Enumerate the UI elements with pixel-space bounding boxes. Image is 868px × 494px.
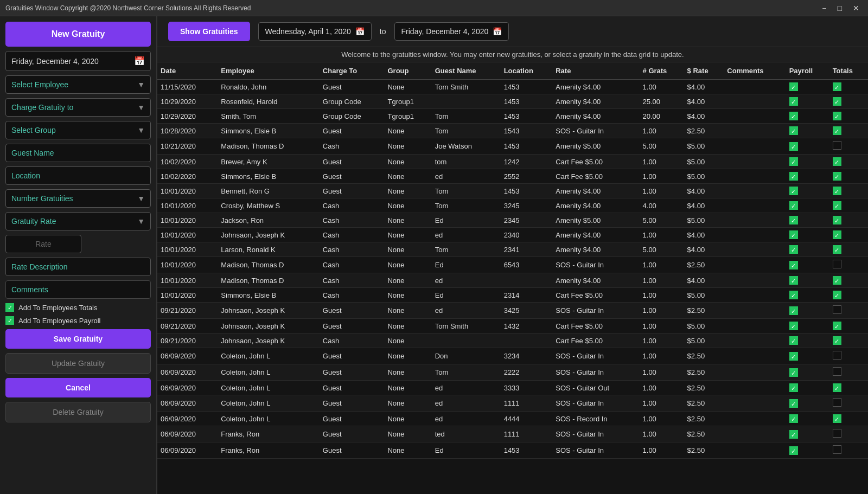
- payroll-check[interactable]: ✓: [789, 336, 798, 345]
- col-payroll[interactable]: Payroll: [786, 62, 829, 80]
- table-row[interactable]: 09/21/2020Johnsaon, Joseph KCashNoneCart…: [157, 333, 868, 348]
- table-row[interactable]: 06/09/2020Franks, RonGuestNoneted1111SOS…: [157, 426, 868, 442]
- col-guest-name[interactable]: Guest Name: [432, 62, 501, 80]
- rate-input[interactable]: [5, 235, 81, 253]
- payroll-check[interactable]: ✓: [789, 201, 798, 210]
- new-gratuity-button[interactable]: New Gratuity: [5, 22, 151, 47]
- select-employee-dropdown[interactable]: Select Employee ▼: [5, 75, 151, 94]
- table-row[interactable]: 10/01/2020Larson, Ronald KCashNoneTom234…: [157, 242, 868, 257]
- col-totals[interactable]: Totals: [829, 62, 868, 80]
- payroll-check[interactable]: ✓: [789, 261, 798, 270]
- totals-check[interactable]: ✓: [833, 112, 841, 120]
- col-num-grats[interactable]: # Grats: [640, 62, 684, 80]
- table-row[interactable]: 10/01/2020Johnsaon, Joseph KCashNoneed23…: [157, 228, 868, 242]
- table-row[interactable]: 10/29/2020Smith, TomGroup CodeTgroup1Tom…: [157, 109, 868, 124]
- totals-check[interactable]: ✓: [833, 187, 841, 195]
- payroll-check[interactable]: ✓: [789, 430, 798, 439]
- col-location[interactable]: Location: [501, 62, 553, 80]
- col-dollar-rate[interactable]: $ Rate: [684, 62, 724, 80]
- add-totals-checkbox[interactable]: ✓: [5, 303, 14, 312]
- table-row[interactable]: 06/09/2020Franks, RonGuestNoneEd1453SOS …: [157, 442, 868, 459]
- table-row[interactable]: 10/29/2020Rosenfeld, HaroldGroup CodeTgr…: [157, 94, 868, 109]
- save-gratuity-button[interactable]: Save Gratuity: [5, 329, 151, 349]
- payroll-check[interactable]: ✓: [789, 187, 798, 195]
- table-row[interactable]: 10/21/2020Madison, Thomas DCashNoneJoe W…: [157, 138, 868, 155]
- table-row[interactable]: 10/01/2020Madison, Thomas DCashNoneEd654…: [157, 257, 868, 273]
- payroll-check[interactable]: ✓: [789, 172, 798, 181]
- payroll-check[interactable]: ✓: [789, 126, 798, 135]
- to-date-field[interactable]: Friday, December 4, 2020 📅: [394, 22, 509, 41]
- payroll-check[interactable]: ✓: [789, 291, 798, 299]
- col-charge-to[interactable]: Charge To: [320, 62, 385, 80]
- col-date[interactable]: Date: [157, 62, 218, 80]
- payroll-check[interactable]: ✓: [789, 112, 798, 120]
- payroll-check[interactable]: ✓: [789, 97, 798, 106]
- maximize-button[interactable]: □: [834, 3, 845, 14]
- table-row[interactable]: 06/09/2020Coleton, John LGuestNoneed1111…: [157, 395, 868, 412]
- payroll-check[interactable]: ✓: [789, 368, 798, 377]
- table-row[interactable]: 09/21/2020Johnsaon, Joseph KGuestNoneTom…: [157, 319, 868, 333]
- payroll-check[interactable]: ✓: [789, 276, 798, 285]
- table-row[interactable]: 06/09/2020Coleton, John LGuestNoneTom222…: [157, 364, 868, 381]
- col-group[interactable]: Group: [384, 62, 431, 80]
- totals-uncheck[interactable]: [833, 367, 841, 376]
- totals-check[interactable]: ✓: [833, 245, 841, 254]
- table-row[interactable]: 06/09/2020Coleton, John LGuestNoneed4444…: [157, 412, 868, 426]
- totals-uncheck[interactable]: [833, 398, 841, 407]
- payroll-check[interactable]: ✓: [789, 157, 798, 166]
- close-button[interactable]: ✕: [850, 3, 863, 14]
- totals-check[interactable]: ✓: [833, 82, 841, 91]
- payroll-check[interactable]: ✓: [789, 306, 798, 315]
- payroll-check[interactable]: ✓: [789, 383, 798, 392]
- payroll-check[interactable]: ✓: [789, 414, 798, 423]
- totals-check[interactable]: ✓: [833, 414, 841, 423]
- comments-input[interactable]: [5, 280, 151, 299]
- charge-gratuity-to-dropdown[interactable]: Charge Gratuity to ▼: [5, 98, 151, 117]
- table-row[interactable]: 09/21/2020Johnsaon, Joseph KGuestNoneed3…: [157, 303, 868, 319]
- select-group-dropdown[interactable]: Select Group ▼: [5, 121, 151, 139]
- totals-uncheck[interactable]: [833, 429, 841, 438]
- location-input[interactable]: [5, 166, 151, 185]
- table-row[interactable]: 10/01/2020Jackson, RonCashNoneEd2345Amen…: [157, 213, 868, 228]
- totals-check[interactable]: ✓: [833, 172, 841, 181]
- payroll-check[interactable]: ✓: [789, 322, 798, 330]
- table-row[interactable]: 06/09/2020Coleton, John LGuestNoneDon323…: [157, 348, 868, 364]
- cancel-button[interactable]: Cancel: [5, 378, 151, 397]
- table-row[interactable]: 10/01/2020Crosby, Matthew SCashNoneTom32…: [157, 198, 868, 213]
- guest-name-input[interactable]: [5, 144, 151, 162]
- totals-check[interactable]: ✓: [833, 201, 841, 210]
- date-field[interactable]: Friday, December 4, 2020 📅: [5, 51, 151, 71]
- totals-check[interactable]: ✓: [833, 336, 841, 345]
- totals-check[interactable]: ✓: [833, 230, 841, 239]
- add-payroll-checkbox[interactable]: ✓: [5, 316, 14, 325]
- table-row[interactable]: 10/01/2020Madison, Thomas DCashNoneedAme…: [157, 273, 868, 288]
- from-date-field[interactable]: Wednesday, April 1, 2020 📅: [258, 22, 372, 41]
- gratuity-rate-dropdown[interactable]: Gratuity Rate ▼: [5, 212, 151, 230]
- totals-uncheck[interactable]: [833, 260, 841, 268]
- rate-description-input[interactable]: [5, 258, 151, 276]
- col-comments[interactable]: Comments: [724, 62, 786, 80]
- totals-check[interactable]: ✓: [833, 97, 841, 106]
- table-row[interactable]: 10/01/2020Simmons, Elsie BCashNoneEd2314…: [157, 288, 868, 303]
- table-row[interactable]: 10/02/2020Simmons, Elsie BGuestNoneed255…: [157, 169, 868, 184]
- totals-uncheck[interactable]: [833, 305, 841, 314]
- payroll-check[interactable]: ✓: [789, 352, 798, 361]
- totals-uncheck[interactable]: [833, 445, 841, 454]
- table-row[interactable]: 10/01/2020Bennett, Ron GGuestNoneTom1453…: [157, 184, 868, 198]
- calendar-icon[interactable]: 📅: [134, 56, 145, 66]
- totals-check[interactable]: ✓: [833, 383, 841, 392]
- totals-check[interactable]: ✓: [833, 126, 841, 135]
- totals-check[interactable]: ✓: [833, 276, 841, 285]
- totals-check[interactable]: ✓: [833, 291, 841, 299]
- payroll-check[interactable]: ✓: [789, 216, 798, 224]
- payroll-check[interactable]: ✓: [789, 230, 798, 239]
- totals-uncheck[interactable]: [833, 351, 841, 360]
- totals-check[interactable]: ✓: [833, 216, 841, 224]
- payroll-check[interactable]: ✓: [789, 446, 798, 455]
- totals-check[interactable]: ✓: [833, 157, 841, 166]
- table-row[interactable]: 11/15/2020Ronaldo, JohnGuestNoneTom Smit…: [157, 80, 868, 94]
- totals-uncheck[interactable]: [833, 141, 841, 150]
- totals-check[interactable]: ✓: [833, 322, 841, 330]
- table-row[interactable]: 06/09/2020Coleton, John LGuestNoneed3333…: [157, 381, 868, 395]
- table-row[interactable]: 10/02/2020Brewer, Amy KGuestNonetom1242C…: [157, 155, 868, 169]
